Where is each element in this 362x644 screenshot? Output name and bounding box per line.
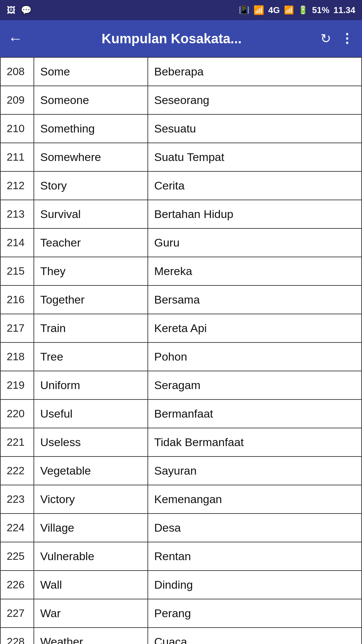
row-number: 212 (0, 171, 34, 200)
english-word: Some (34, 57, 148, 86)
row-number: 222 (0, 457, 34, 485)
english-word: Teacher (34, 228, 148, 257)
row-number: 220 (0, 399, 34, 428)
row-number: 215 (0, 257, 34, 285)
indonesian-translation: Bersama (148, 285, 362, 314)
row-number: 223 (0, 485, 34, 514)
english-word: Train (34, 314, 148, 342)
table-row[interactable]: 219UniformSeragam (0, 371, 362, 399)
indonesian-translation: Mereka (148, 257, 362, 285)
indonesian-translation: Dinding (148, 571, 362, 599)
english-word: Village (34, 514, 148, 542)
indonesian-translation: Bertahan Hidup (148, 200, 362, 228)
row-number: 228 (0, 628, 34, 644)
english-word: Vegetable (34, 457, 148, 485)
message-icon: 💬 (21, 5, 32, 15)
row-number: 225 (0, 542, 34, 571)
indonesian-translation: Tidak Bermanfaat (148, 428, 362, 457)
status-bar: 🖼 💬 📳 📶 4G 📶 🔋 51% 11.34 (0, 0, 362, 20)
signal-label: 4G (268, 5, 280, 15)
indonesian-translation: Suatu Tempat (148, 143, 362, 171)
table-row[interactable]: 211SomewhereSuatu Tempat (0, 143, 362, 171)
english-word: They (34, 257, 148, 285)
wifi-icon: 📶 (253, 5, 264, 15)
table-row[interactable]: 217TrainKereta Api (0, 314, 362, 342)
indonesian-translation: Rentan (148, 542, 362, 571)
app-bar-actions: ↻ ⋮ (320, 31, 354, 46)
indonesian-translation: Beberapa (148, 57, 362, 86)
indonesian-translation: Perang (148, 599, 362, 628)
english-word: Survival (34, 200, 148, 228)
app-bar: ← Kumpulan Kosakata... ↻ ⋮ (0, 20, 362, 57)
english-word: Vulnerable (34, 542, 148, 571)
status-right: 📳 📶 4G 📶 🔋 51% 11.34 (239, 5, 355, 15)
indonesian-translation: Desa (148, 514, 362, 542)
table-row[interactable]: 216TogetherBersama (0, 285, 362, 314)
table-row[interactable]: 225VulnerableRentan (0, 542, 362, 571)
table-row[interactable]: 212StoryCerita (0, 171, 362, 200)
table-row[interactable]: 224VillageDesa (0, 514, 362, 542)
table-row[interactable]: 221UselessTidak Bermanfaat (0, 428, 362, 457)
row-number: 217 (0, 314, 34, 342)
table-row[interactable]: 220UsefulBermanfaat (0, 399, 362, 428)
indonesian-translation: Kereta Api (148, 314, 362, 342)
english-word: War (34, 599, 148, 628)
indonesian-translation: Kemenangan (148, 485, 362, 514)
table-row[interactable]: 208SomeBeberapa (0, 57, 362, 86)
indonesian-translation: Guru (148, 228, 362, 257)
table-row[interactable]: 222VegetableSayuran (0, 457, 362, 485)
row-number: 226 (0, 571, 34, 599)
row-number: 209 (0, 86, 34, 114)
indonesian-translation: Sayuran (148, 457, 362, 485)
row-number: 213 (0, 200, 34, 228)
row-number: 211 (0, 143, 34, 171)
english-word: Victory (34, 485, 148, 514)
row-number: 210 (0, 114, 34, 143)
english-word: Someone (34, 86, 148, 114)
row-number: 214 (0, 228, 34, 257)
refresh-button[interactable]: ↻ (320, 31, 331, 46)
table-row[interactable]: 215TheyMereka (0, 257, 362, 285)
signal-bars-icon: 📶 (284, 5, 294, 15)
english-word: Together (34, 285, 148, 314)
battery-icon: 🔋 (298, 5, 308, 15)
table-row[interactable]: 226WallDinding (0, 571, 362, 599)
english-word: Weather (34, 628, 148, 644)
table-row[interactable]: 227WarPerang (0, 599, 362, 628)
back-button[interactable]: ← (8, 30, 23, 47)
menu-button[interactable]: ⋮ (341, 31, 354, 46)
photo-icon: 🖼 (7, 5, 15, 15)
table-row[interactable]: 209SomeoneSeseorang (0, 86, 362, 114)
indonesian-translation: Seragam (148, 371, 362, 399)
row-number: 219 (0, 371, 34, 399)
indonesian-translation: Sesuatu (148, 114, 362, 143)
english-word: Useless (34, 428, 148, 457)
vibrate-icon: 📳 (239, 5, 249, 15)
table-row[interactable]: 228WeatherCuaca (0, 628, 362, 644)
indonesian-translation: Cuaca (148, 628, 362, 644)
row-number: 224 (0, 514, 34, 542)
table-row[interactable]: 223VictoryKemenangan (0, 485, 362, 514)
english-word: Something (34, 114, 148, 143)
english-word: Tree (34, 342, 148, 371)
row-number: 216 (0, 285, 34, 314)
english-word: Uniform (34, 371, 148, 399)
indonesian-translation: Bermanfaat (148, 399, 362, 428)
english-word: Wall (34, 571, 148, 599)
english-word: Useful (34, 399, 148, 428)
clock: 11.34 (334, 5, 355, 15)
table-row[interactable]: 218TreePohon (0, 342, 362, 371)
row-number: 227 (0, 599, 34, 628)
row-number: 221 (0, 428, 34, 457)
status-left: 🖼 💬 (7, 5, 32, 15)
table-row[interactable]: 213SurvivalBertahan Hidup (0, 200, 362, 228)
english-word: Somewhere (34, 143, 148, 171)
battery-percent: 51% (312, 5, 329, 15)
row-number: 208 (0, 57, 34, 86)
row-number: 218 (0, 342, 34, 371)
table-row[interactable]: 214TeacherGuru (0, 228, 362, 257)
vocab-table: 208SomeBeberapa209SomeoneSeseorang210Som… (0, 57, 362, 644)
indonesian-translation: Seseorang (148, 86, 362, 114)
app-bar-title: Kumpulan Kosakata... (33, 31, 310, 46)
table-row[interactable]: 210SomethingSesuatu (0, 114, 362, 143)
